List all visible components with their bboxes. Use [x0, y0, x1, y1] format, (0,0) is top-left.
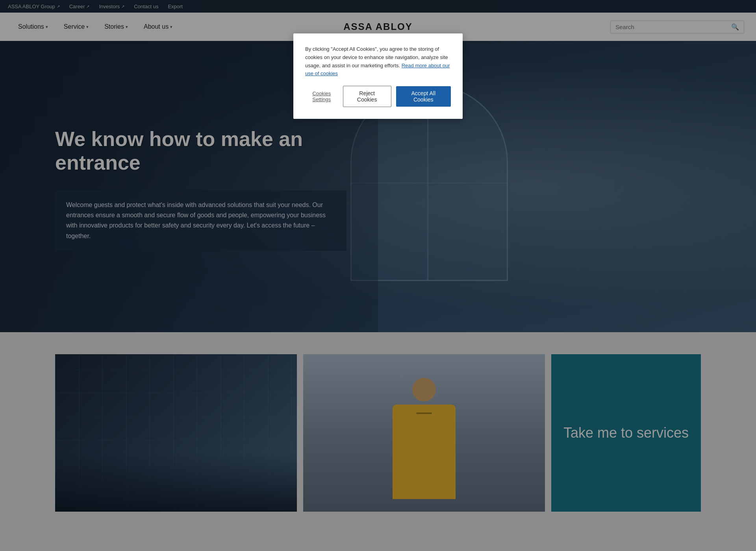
- cookies-settings-button[interactable]: Cookies Settings: [305, 91, 338, 102]
- cookie-buttons: Cookies Settings Reject Cookies Accept A…: [305, 86, 451, 107]
- cookie-banner: By clicking "Accept All Cookies", you ag…: [293, 33, 463, 119]
- reject-cookies-button[interactable]: Reject Cookies: [343, 86, 391, 107]
- cookie-overlay: By clicking "Accept All Cookies", you ag…: [0, 0, 756, 551]
- cookie-body-text: By clicking "Accept All Cookies", you ag…: [305, 45, 451, 78]
- accept-cookies-button[interactable]: Accept All Cookies: [396, 86, 451, 107]
